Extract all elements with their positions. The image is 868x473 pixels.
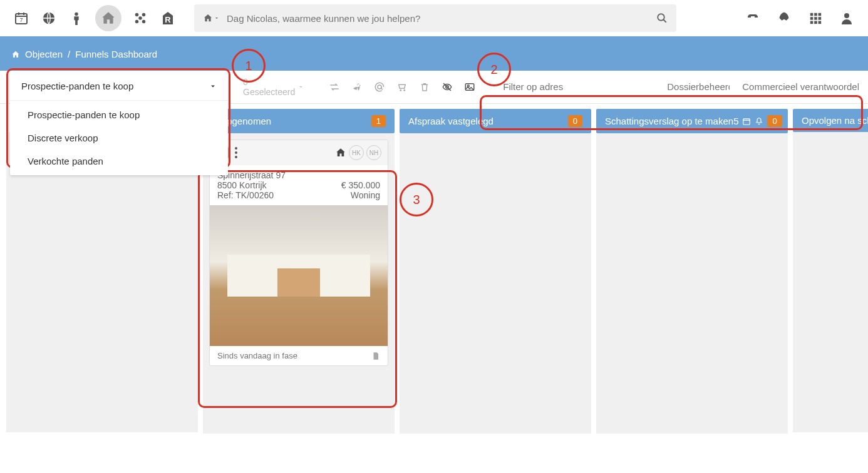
global-search-bar[interactable] <box>194 4 676 32</box>
chevron-down-icon <box>298 84 304 90</box>
search-context-home-icon[interactable] <box>203 13 219 23</box>
breadcrumb-link-objecten[interactable]: Objecten <box>25 49 63 59</box>
svg-rect-31 <box>743 118 750 124</box>
card-price: € 350.000 <box>341 180 380 190</box>
svg-point-24 <box>378 85 381 89</box>
svg-rect-14 <box>810 17 814 20</box>
svg-point-5 <box>142 13 146 17</box>
svg-point-10 <box>658 14 664 21</box>
svg-rect-13 <box>819 13 822 16</box>
apps-grid-icon[interactable] <box>807 9 824 27</box>
kanban-column-body <box>596 133 788 434</box>
calendar-icon[interactable]: 7 <box>13 9 30 27</box>
home-icon <box>335 147 346 158</box>
svg-rect-15 <box>814 17 817 20</box>
funnel-filter-dropdown: Prospectie-panden te koop Discrete verko… <box>10 101 228 175</box>
image-icon[interactable] <box>464 81 475 93</box>
svg-text:R: R <box>165 15 171 24</box>
svg-point-8 <box>138 16 142 20</box>
avatar[interactable]: NH <box>366 145 381 160</box>
kanban-column-extra-count: 5 <box>733 116 738 126</box>
property-card[interactable]: HK NH Spinnerijstraat 97 8500 Kortrijk €… <box>209 140 388 366</box>
svg-rect-19 <box>819 21 822 24</box>
card-address-line2: 8500 Kortrijk <box>217 180 267 190</box>
svg-point-28 <box>235 147 237 150</box>
rocket-icon[interactable] <box>775 9 793 27</box>
svg-point-7 <box>142 20 146 24</box>
kanban-column-header: ct opgenomen 1 <box>203 109 395 133</box>
annotation-marker-1: 1 <box>232 49 266 83</box>
card-property-image <box>210 205 388 346</box>
svg-point-30 <box>235 156 237 158</box>
annotation-marker-3: 3 <box>400 183 433 216</box>
svg-point-4 <box>135 13 139 17</box>
svg-rect-12 <box>814 13 817 16</box>
home-icon[interactable] <box>95 5 121 31</box>
funnel-filter-option[interactable]: Prospectie-panden te koop <box>10 103 228 126</box>
kanban-column-body: HK NH Spinnerijstraat 97 8500 Kortrijk €… <box>203 133 395 434</box>
svg-text:7: 7 <box>19 17 23 23</box>
svg-rect-18 <box>814 21 817 24</box>
swap-icon[interactable] <box>329 81 340 93</box>
svg-rect-11 <box>810 13 814 16</box>
kanban-column-title: Schattingsverslag op te maken <box>605 116 733 126</box>
trash-icon[interactable] <box>419 81 430 93</box>
breadcrumb-current: Funnels Dashboard <box>75 49 157 59</box>
kanban-column-body <box>400 133 591 434</box>
breadcrumb: Objecten / Funnels Dashboard <box>11 49 857 59</box>
funnel-filter-selected-value: Prospectie-panden te koop <box>21 81 133 91</box>
kanban-column-count: 0 <box>767 115 782 127</box>
svg-point-3 <box>75 13 78 16</box>
avatar[interactable]: HK <box>349 145 364 160</box>
kanban-column-count: 0 <box>568 115 582 127</box>
fan-icon[interactable] <box>351 81 363 93</box>
eye-off-icon[interactable] <box>442 81 453 93</box>
kanban-column-title: Afspraak vastgelegd <box>408 116 493 126</box>
kanban-column-count: 1 <box>371 115 386 127</box>
globe-icon[interactable] <box>40 9 58 27</box>
breadcrumb-separator: / <box>68 49 70 59</box>
phone-icon[interactable] <box>744 9 762 27</box>
network-icon[interactable] <box>132 9 149 27</box>
card-footer-text: Sinds vandaag in fase <box>217 351 297 360</box>
funnel-filter-option[interactable]: Verkochte panden <box>10 150 228 173</box>
r-logo-icon[interactable]: R <box>159 9 177 27</box>
calendar-small-icon <box>742 117 751 126</box>
kanban-column-header: Opvolgen na scha <box>793 109 868 132</box>
chevron-down-icon <box>209 83 217 90</box>
user-icon[interactable] <box>838 9 855 27</box>
more-dots-icon[interactable] <box>235 147 237 158</box>
breadcrumb-home-icon <box>11 50 20 59</box>
filter-commercial-input[interactable] <box>740 78 861 96</box>
funnel-filter-option[interactable]: Discrete verkoop <box>10 126 228 150</box>
svg-rect-16 <box>819 17 822 20</box>
svg-point-20 <box>844 13 849 18</box>
bell-icon <box>755 117 763 126</box>
kanban-column-title: Opvolgen na scha <box>802 115 868 126</box>
svg-rect-17 <box>810 21 814 24</box>
kanban-column-body <box>6 132 198 432</box>
kanban-column-header: Schattingsverslag op te maken 5 0 <box>596 109 788 133</box>
card-type: Woning <box>351 190 380 200</box>
kanban-column-body <box>793 132 868 432</box>
at-icon[interactable] <box>374 81 385 93</box>
search-icon[interactable] <box>656 13 668 24</box>
filter-address-input[interactable] <box>500 78 657 96</box>
kanban-column-header: Afspraak vastgelegd 0 <box>400 109 591 133</box>
funnel-filter-select[interactable]: Prospectie-panden te koop <box>10 72 228 101</box>
annotation-marker-2: 2 <box>477 53 511 86</box>
card-ref: Ref: TK/00260 <box>217 190 274 200</box>
filter-dossier-input[interactable] <box>664 78 732 96</box>
svg-point-29 <box>235 151 237 154</box>
svg-point-6 <box>135 20 139 24</box>
person-icon[interactable] <box>68 9 85 27</box>
document-icon[interactable] <box>371 352 380 360</box>
cart-icon[interactable] <box>396 81 408 93</box>
global-search-input[interactable] <box>227 13 656 24</box>
